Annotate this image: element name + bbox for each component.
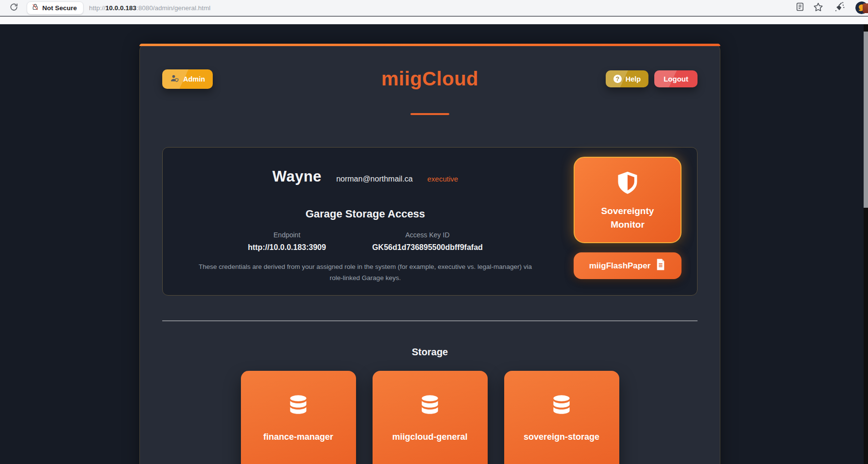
reload-button[interactable]	[8, 2, 19, 14]
endpoint-value: http://10.0.0.183:3909	[248, 243, 326, 252]
database-icon	[418, 371, 442, 420]
bucket-card-finance-manager[interactable]: finance-manager	[241, 371, 356, 464]
bucket-card-miigcloud-general[interactable]: miigcloud-general	[373, 371, 488, 464]
url-scheme: http://	[89, 4, 105, 12]
bookmarks-strip	[0, 17, 868, 24]
header-right-zone: Help Logout	[585, 70, 698, 87]
profile-panel: Wayne norman@northmail.ca executive Gara…	[162, 147, 698, 296]
sovereignty-monitor-label: Sovereignty Monitor	[596, 204, 660, 231]
broom-icon	[834, 1, 845, 14]
card-header: Admin miigCloud Help Logout	[140, 44, 720, 90]
title-underline	[410, 113, 449, 115]
access-key-value: GK56d1d736895500dbff9fafad	[372, 243, 483, 252]
access-key-label: Access Key ID	[372, 231, 483, 239]
logout-button[interactable]: Logout	[654, 70, 698, 87]
page-scrollbar[interactable]	[864, 24, 868, 464]
page-title: miigCloud	[381, 68, 478, 89]
cleaner-extension-button[interactable]	[834, 2, 845, 14]
bookmark-button[interactable]	[813, 2, 824, 14]
user-name: Wayne	[272, 168, 322, 185]
identity-row: Wayne norman@northmail.ca executive	[272, 168, 458, 185]
security-chip-label: Not Secure	[42, 4, 77, 12]
user-shield-icon	[170, 74, 179, 84]
reading-list-icon	[795, 2, 805, 14]
access-key-column: Access Key ID GK56d1d736895500dbff9fafad	[372, 231, 483, 252]
card-top-accent	[139, 44, 720, 46]
endpoint-column: Endpoint http://10.0.0.183:3909	[248, 231, 326, 252]
reload-icon	[9, 2, 18, 14]
url-path: :8080/admin/general.html	[136, 4, 210, 12]
profile-panel-right: Sovereignty Monitor miigFlashPaper	[574, 157, 681, 295]
main-card: Admin miigCloud Help Logout	[139, 44, 720, 464]
question-circle-icon	[613, 75, 622, 83]
help-button-label: Help	[626, 75, 641, 83]
flashpaper-button-label: miigFlashPaper	[589, 261, 651, 271]
bucket-row: finance-manager miigcloud-general	[140, 371, 720, 464]
flashpaper-button[interactable]: miigFlashPaper	[574, 252, 681, 279]
star-icon	[813, 2, 823, 14]
storage-heading: Storage	[140, 347, 720, 358]
logout-button-label: Logout	[664, 75, 688, 83]
database-icon	[549, 371, 574, 420]
credentials-note: These credentials are derived from your …	[199, 262, 532, 284]
admin-button-label: Admin	[183, 75, 205, 83]
security-chip[interactable]: Not Secure	[27, 1, 84, 15]
insecure-lock-icon	[32, 3, 39, 13]
database-icon	[286, 371, 310, 420]
url-bar[interactable]: http://10.0.0.183:8080/admin/general.htm…	[89, 4, 210, 12]
user-email: norman@northmail.ca	[336, 175, 413, 183]
sovereignty-monitor-button[interactable]: Sovereignty Monitor	[574, 157, 681, 243]
browser-toolbar: Not Secure http://10.0.0.183:8080/admin/…	[0, 0, 868, 16]
page-viewport: Admin miigCloud Help Logout	[0, 24, 868, 464]
endpoint-label: Endpoint	[248, 231, 326, 239]
bucket-label: sovereign-storage	[524, 432, 599, 442]
url-host: 10.0.0.183	[105, 4, 136, 12]
bucket-label: finance-manager	[263, 432, 333, 442]
clipped-toolbar-icon[interactable]	[863, 3, 868, 13]
help-button[interactable]: Help	[606, 70, 648, 87]
reading-list-button[interactable]	[794, 2, 805, 14]
credentials-row: Endpoint http://10.0.0.183:3909 Access K…	[248, 231, 483, 252]
profile-panel-left: Wayne norman@northmail.ca executive Gara…	[163, 148, 568, 295]
header-center-zone: miigCloud	[275, 68, 585, 90]
file-lines-icon	[655, 258, 666, 273]
bucket-label: miigcloud-general	[392, 432, 467, 442]
garage-access-heading: Garage Storage Access	[306, 208, 425, 220]
admin-button[interactable]: Admin	[162, 69, 213, 89]
bucket-card-sovereign-storage[interactable]: sovereign-storage	[504, 371, 619, 464]
user-role-badge: executive	[427, 175, 458, 183]
scrollbar-thumb[interactable]	[864, 32, 868, 208]
shield-half-icon	[615, 169, 640, 198]
section-divider	[162, 320, 698, 321]
header-left-zone: Admin	[162, 69, 275, 89]
